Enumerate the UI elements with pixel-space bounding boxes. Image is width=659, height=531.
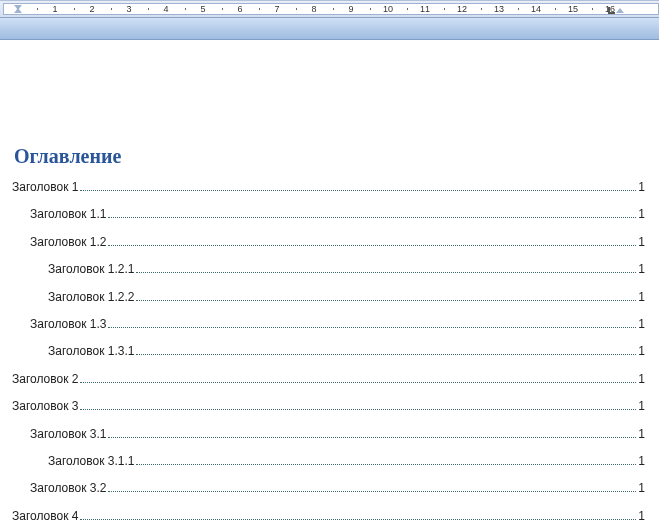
toc-leader-dots <box>136 354 636 355</box>
right-indent-marker[interactable] <box>616 8 624 13</box>
toc-entry[interactable]: Заголовок 3.1.11 <box>12 454 647 468</box>
toc-entry-page: 1 <box>638 180 647 194</box>
ruler-minor-tick <box>555 8 556 10</box>
toolbar-strip <box>0 18 659 40</box>
ruler-minor-tick <box>333 8 334 10</box>
ruler-minor-tick <box>518 8 519 10</box>
ruler-number: 3 <box>125 4 133 14</box>
toc-entry-label: Заголовок 4 <box>12 509 78 523</box>
ruler-number: 15 <box>569 4 577 14</box>
toc-entry[interactable]: Заголовок 1.2.21 <box>12 290 647 304</box>
ruler-minor-tick <box>481 8 482 10</box>
ruler-minor-tick <box>74 8 75 10</box>
toc-leader-dots <box>80 190 636 191</box>
toc-entry-label: Заголовок 1.3 <box>30 317 106 331</box>
toc-leader-dots <box>108 245 636 246</box>
ruler-number: 5 <box>199 4 207 14</box>
ruler-minor-tick <box>296 8 297 10</box>
toc-leader-dots <box>136 272 636 273</box>
toc-entry-label: Заголовок 1.2.2 <box>48 290 134 304</box>
toc-entry-page: 1 <box>638 399 647 413</box>
toc-entry-page: 1 <box>638 290 647 304</box>
toc-entry-page: 1 <box>638 235 647 249</box>
tab-stop-marker[interactable] <box>608 7 615 14</box>
ruler-number: 11 <box>421 4 429 14</box>
ruler-number: 8 <box>310 4 318 14</box>
toc-entry[interactable]: Заголовок 3.21 <box>12 481 647 495</box>
toc-entry-label: Заголовок 1.2 <box>30 235 106 249</box>
toc-entry-page: 1 <box>638 344 647 358</box>
toc-leader-dots <box>80 409 636 410</box>
toc-leader-dots <box>108 217 636 218</box>
ruler-number: 2 <box>88 4 96 14</box>
toc-entry-page: 1 <box>638 481 647 495</box>
toc-entry[interactable]: Заголовок 31 <box>12 399 647 413</box>
toc-entry[interactable]: Заголовок 1.11 <box>12 207 647 221</box>
toc-entry[interactable]: Заголовок 11 <box>12 180 647 194</box>
toc-entry-label: Заголовок 1.3.1 <box>48 344 134 358</box>
toc-list: Заголовок 11Заголовок 1.11Заголовок 1.21… <box>12 180 647 523</box>
toc-entry-label: Заголовок 1 <box>12 180 78 194</box>
toc-entry-label: Заголовок 2 <box>12 372 78 386</box>
ruler-minor-tick <box>444 8 445 10</box>
ruler-number: 10 <box>384 4 392 14</box>
ruler-number: 4 <box>162 4 170 14</box>
toc-entry-page: 1 <box>638 317 647 331</box>
toc-entry-label: Заголовок 3.2 <box>30 481 106 495</box>
ruler-number: 9 <box>347 4 355 14</box>
ruler-number: 14 <box>532 4 540 14</box>
toc-entry[interactable]: Заголовок 1.3.11 <box>12 344 647 358</box>
ruler-minor-tick <box>370 8 371 10</box>
toc-entry-page: 1 <box>638 454 647 468</box>
toc-leader-dots <box>108 437 636 438</box>
ruler-minor-tick <box>148 8 149 10</box>
toc-entry-page: 1 <box>638 372 647 386</box>
toc-entry[interactable]: Заголовок 1.21 <box>12 235 647 249</box>
ruler-minor-tick <box>592 8 593 10</box>
toc-leader-dots <box>80 382 636 383</box>
ruler-minor-tick <box>37 8 38 10</box>
toc-leader-dots <box>136 464 636 465</box>
ruler-minor-tick <box>185 8 186 10</box>
toc-entry-label: Заголовок 3 <box>12 399 78 413</box>
hanging-indent-marker[interactable] <box>14 8 22 13</box>
ruler-number: 12 <box>458 4 466 14</box>
toc-entry[interactable]: Заголовок 1.31 <box>12 317 647 331</box>
ruler-number: 1 <box>51 4 59 14</box>
ruler-number: 6 <box>236 4 244 14</box>
ruler-number: 7 <box>273 4 281 14</box>
toc-leader-dots <box>108 491 636 492</box>
toc-entry-label: Заголовок 3.1 <box>30 427 106 441</box>
ruler-number: 13 <box>495 4 503 14</box>
toc-entry[interactable]: Заголовок 1.2.11 <box>12 262 647 276</box>
toc-leader-dots <box>108 327 636 328</box>
ruler-minor-tick <box>222 8 223 10</box>
toc-leader-dots <box>136 300 636 301</box>
toc-entry-label: Заголовок 3.1.1 <box>48 454 134 468</box>
toc-entry-page: 1 <box>638 207 647 221</box>
toc-entry-page: 1 <box>638 509 647 523</box>
toc-entry[interactable]: Заголовок 21 <box>12 372 647 386</box>
document-page: Оглавление Заголовок 11Заголовок 1.11Заг… <box>0 40 659 523</box>
ruler-minor-tick <box>407 8 408 10</box>
toc-entry-label: Заголовок 1.1 <box>30 207 106 221</box>
ruler-minor-tick <box>259 8 260 10</box>
toc-title: Оглавление <box>14 145 647 168</box>
toc-entry[interactable]: Заголовок 41 <box>12 509 647 523</box>
toc-entry-page: 1 <box>638 427 647 441</box>
toc-leader-dots <box>80 519 636 520</box>
toc-entry-label: Заголовок 1.2.1 <box>48 262 134 276</box>
horizontal-ruler[interactable]: 12345678910111213141516 <box>0 0 659 18</box>
ruler-minor-tick <box>111 8 112 10</box>
toc-entry-page: 1 <box>638 262 647 276</box>
toc-entry[interactable]: Заголовок 3.11 <box>12 427 647 441</box>
